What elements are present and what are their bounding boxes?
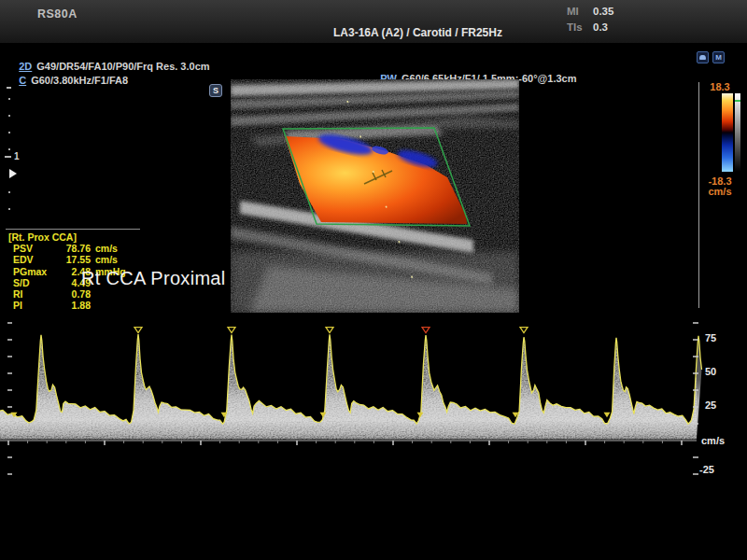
meas-unit: [91, 300, 140, 311]
velocity-tick-label: 25: [705, 399, 716, 411]
dual-display-glyph: M: [715, 54, 722, 62]
meas-label: S/D: [6, 277, 49, 288]
active-peak-marker[interactable]: [422, 328, 430, 333]
bmode-image: [231, 79, 519, 313]
velocity-tick-label: 75: [705, 332, 716, 343]
color-scale-unit: cm/s: [702, 186, 738, 197]
measurement-row: PI1.88: [6, 300, 140, 311]
meas-label: RI: [6, 288, 49, 300]
meas-value: 17.55: [49, 254, 91, 265]
ultrasound-screen: RS80A LA3-16A (A2) / Carotid / FR25Hz MI…: [0, 0, 747, 560]
header-bar: RS80A LA3-16A (A2) / Carotid / FR25Hz MI…: [0, 0, 747, 44]
velocity-tick-label: 50: [705, 366, 716, 377]
meas-value: 1.88: [49, 300, 91, 311]
system-model: RS80A: [37, 7, 78, 21]
image-depth-scale-line: [698, 82, 699, 308]
probe-glyph: [699, 55, 706, 60]
status-icons: M: [697, 51, 725, 63]
peak-marker[interactable]: [520, 328, 528, 333]
color-mode-tag: C: [19, 75, 26, 86]
annotation-text: Rt CCA Proximal: [81, 268, 226, 289]
meas-label: PSV: [6, 243, 49, 254]
depth-tick: [8, 191, 10, 193]
meas-value: 78.76: [49, 243, 91, 254]
meas-unit: cm/s: [91, 243, 140, 254]
mi-value: 0.35: [593, 6, 613, 17]
meas-label: EDV: [6, 254, 49, 265]
depth-tick: [8, 148, 10, 150]
color-params-line: CG60/3.80kHz/F1/FA8: [7, 63, 128, 97]
meas-label: PGmax: [6, 266, 49, 277]
tis-value: 0.3: [593, 21, 608, 33]
peak-marker[interactable]: [134, 328, 142, 333]
velocity-axis-unit: cm/s: [701, 435, 725, 446]
tis-label: TIs: [567, 21, 593, 33]
meas-label: PI: [6, 300, 49, 311]
mi-label: MI: [567, 6, 593, 17]
depth-tick: [8, 115, 10, 117]
color-scale-bar: [722, 93, 733, 172]
depth-tick: [7, 87, 11, 89]
color-params-text: G60/3.80kHz/F1/FA8: [31, 75, 128, 86]
spectrum-speckle: [0, 317, 697, 490]
spectral-doppler-display: [0, 317, 747, 490]
tis-readout: TIs0.3: [567, 21, 608, 33]
spectrum-envelope-trace: [0, 334, 701, 424]
meas-unit: cm/s: [91, 254, 140, 265]
mi-readout: MI0.35: [567, 6, 613, 17]
measurement-title: [Rt. Prox CCA]: [6, 231, 140, 243]
meas-value: 0.78: [49, 288, 91, 300]
velocity-tick-label: -25: [699, 464, 714, 475]
depth-tick: [8, 98, 10, 100]
meas-unit: [91, 288, 140, 300]
dual-display-icon[interactable]: M: [712, 51, 725, 63]
orientation-marker: S: [209, 84, 222, 97]
peak-marker[interactable]: [228, 328, 235, 333]
measurement-row: PSV78.76cm/s: [6, 243, 140, 254]
depth-tick: [8, 208, 10, 210]
probe-status-icon[interactable]: [697, 51, 709, 63]
gray-scale-bar: [735, 93, 740, 172]
measurement-row: RI0.78: [6, 288, 140, 300]
focus-marker-icon[interactable]: [9, 169, 17, 178]
color-scale-max: 18.3: [703, 81, 737, 92]
depth-tick: [5, 156, 11, 158]
measurement-row: EDV17.55cm/s: [6, 254, 140, 265]
gray-scale-marker: [735, 100, 740, 102]
depth-ruler-major-label: 1: [14, 151, 20, 161]
probe-exam-info: LA3-16A (A2) / Carotid / FR25Hz: [308, 26, 528, 39]
peak-marker[interactable]: [326, 328, 333, 333]
edv-marker[interactable]: [604, 413, 611, 418]
bmode-graphics: [231, 79, 519, 313]
depth-tick: [8, 132, 10, 133]
